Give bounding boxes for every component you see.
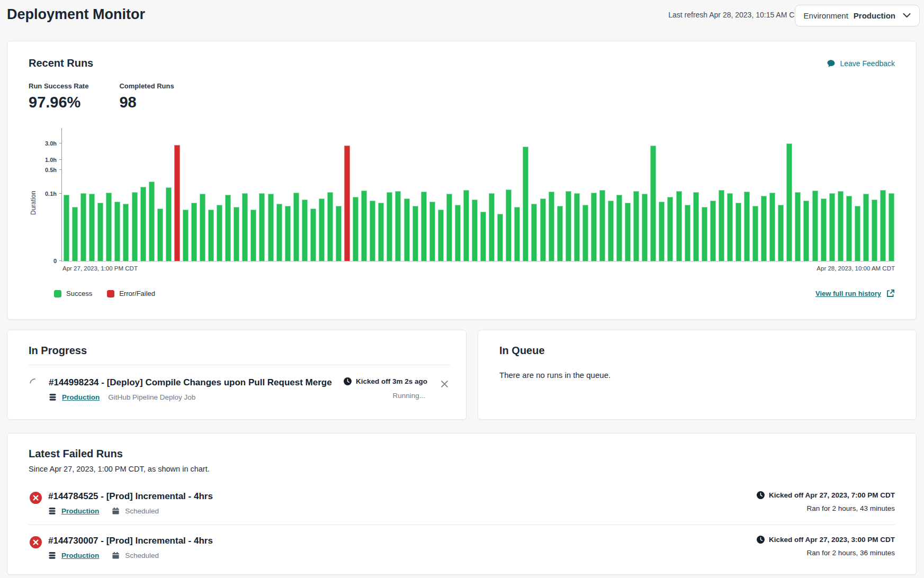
run-bar-success[interactable] (157, 209, 163, 261)
run-bar-success[interactable] (625, 203, 631, 261)
run-bar-failed[interactable] (344, 146, 350, 261)
run-bar-success[interactable] (370, 201, 375, 261)
run-bar-success[interactable] (72, 207, 78, 261)
run-bar-success[interactable] (293, 193, 299, 261)
run-bar-success[interactable] (549, 192, 554, 261)
run-bar-success[interactable] (353, 197, 358, 261)
close-icon[interactable] (439, 378, 450, 391)
run-bar-success[interactable] (97, 203, 103, 261)
run-bar-success[interactable] (685, 205, 690, 261)
run-bar-success[interactable] (268, 194, 274, 261)
run-bar-failed[interactable] (174, 145, 180, 261)
run-bar-success[interactable] (872, 200, 877, 261)
run-bar-success[interactable] (387, 192, 392, 261)
run-bar-success[interactable] (250, 210, 256, 261)
run-bar-success[interactable] (217, 205, 222, 261)
run-bar-success[interactable] (480, 212, 486, 261)
run-bar-success[interactable] (506, 189, 512, 261)
run-bar-success[interactable] (608, 201, 614, 261)
run-bar-success[interactable] (846, 196, 852, 261)
run-bar-success[interactable] (633, 191, 639, 261)
run-bar-success[interactable] (208, 210, 214, 261)
run-bar-success[interactable] (64, 195, 69, 261)
run-bar-success[interactable] (234, 207, 239, 261)
run-bar-success[interactable] (744, 192, 750, 261)
run-bar-success[interactable] (166, 187, 172, 261)
run-bar-success[interactable] (378, 203, 384, 261)
run-bar-success[interactable] (855, 206, 860, 261)
run-bar-success[interactable] (132, 192, 138, 261)
run-bar-success[interactable] (693, 192, 699, 261)
run-bar-success[interactable] (395, 191, 401, 261)
run-bar-success[interactable] (557, 206, 563, 261)
run-bar-success[interactable] (719, 190, 724, 261)
run-bar-success[interactable] (702, 207, 707, 261)
run-bar-success[interactable] (838, 191, 844, 261)
production-link[interactable]: Production (61, 552, 99, 559)
production-link[interactable]: Production (61, 507, 99, 515)
run-bar-success[interactable] (889, 193, 894, 261)
run-bar-success[interactable] (812, 191, 818, 261)
run-bar-success[interactable] (676, 191, 682, 261)
run-bar-success[interactable] (829, 193, 835, 261)
run-bar-success[interactable] (412, 206, 418, 261)
run-bar-success[interactable] (566, 191, 571, 261)
run-bar-success[interactable] (80, 193, 86, 261)
run-bar-success[interactable] (659, 202, 665, 261)
run-bar-success[interactable] (786, 143, 792, 261)
run-bar-success[interactable] (438, 210, 444, 261)
run-bar-success[interactable] (710, 201, 716, 261)
run-bar-success[interactable] (242, 193, 248, 261)
run-bar-success[interactable] (514, 207, 520, 261)
view-full-run-history-link[interactable]: View full run history (815, 289, 895, 298)
run-bar-success[interactable] (531, 204, 537, 261)
run-bar-success[interactable] (336, 206, 342, 261)
run-bar-success[interactable] (429, 202, 435, 261)
run-bar-success[interactable] (616, 195, 622, 261)
run-bar-success[interactable] (574, 193, 580, 261)
run-bar-success[interactable] (591, 193, 597, 261)
run-bar-success[interactable] (863, 194, 869, 261)
run-bar-success[interactable] (123, 204, 129, 261)
run-bar-success[interactable] (106, 193, 112, 261)
run-bar-success[interactable] (880, 190, 886, 261)
run-bar-success[interactable] (302, 200, 308, 261)
run-bar-success[interactable] (200, 194, 205, 261)
run-bar-success[interactable] (650, 146, 656, 261)
run-bar-success[interactable] (446, 194, 452, 261)
run-bar-success[interactable] (327, 192, 333, 261)
run-bar-success[interactable] (795, 192, 801, 261)
run-bar-success[interactable] (472, 200, 478, 261)
run-bar-success[interactable] (421, 192, 427, 261)
run-bar-success[interactable] (489, 193, 495, 261)
run-bar-success[interactable] (463, 190, 469, 261)
run-bar-success[interactable] (225, 195, 231, 261)
run-bar-success[interactable] (319, 198, 325, 261)
run-bar-success[interactable] (821, 198, 827, 261)
run-bar-success[interactable] (404, 198, 410, 261)
run-bar-success[interactable] (642, 194, 648, 261)
run-bar-success[interactable] (667, 197, 673, 261)
environment-select[interactable]: Environment Production (795, 5, 920, 26)
production-link[interactable]: Production (62, 393, 100, 401)
run-bar-success[interactable] (727, 193, 733, 261)
run-bar-success[interactable] (140, 187, 146, 261)
run-bar-success[interactable] (523, 147, 528, 261)
run-bar-success[interactable] (114, 202, 120, 261)
run-bar-success[interactable] (778, 205, 784, 261)
run-bar-success[interactable] (599, 190, 605, 261)
run-bar-success[interactable] (540, 198, 546, 261)
run-bar-success[interactable] (803, 201, 809, 261)
leave-feedback-link[interactable]: Leave Feedback (827, 59, 895, 68)
run-bar-success[interactable] (735, 203, 741, 261)
run-bar-success[interactable] (183, 210, 189, 261)
run-bar-success[interactable] (276, 204, 282, 261)
run-bar-success[interactable] (285, 206, 291, 261)
run-bar-success[interactable] (752, 206, 758, 261)
run-bar-success[interactable] (582, 205, 588, 261)
run-bar-success[interactable] (259, 193, 265, 261)
run-bar-success[interactable] (89, 194, 95, 261)
run-bar-success[interactable] (361, 191, 367, 261)
run-bar-success[interactable] (497, 214, 503, 261)
run-bar-success[interactable] (310, 209, 316, 261)
